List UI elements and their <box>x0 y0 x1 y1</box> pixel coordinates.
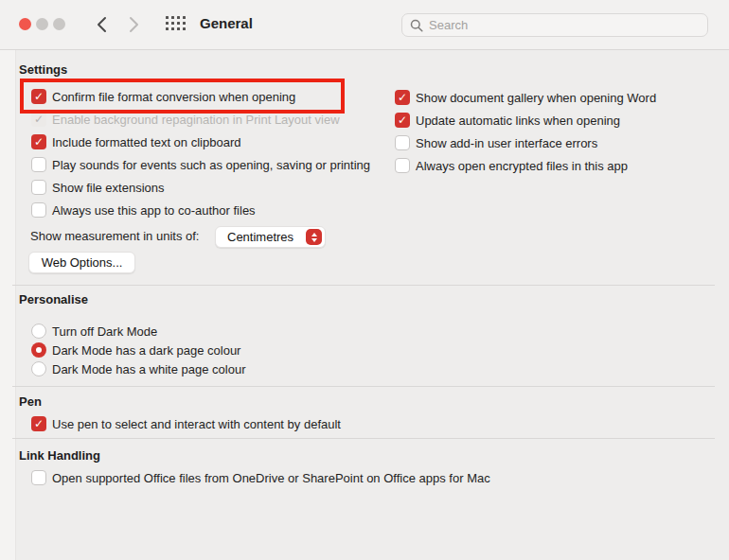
toolbar: General Search <box>0 0 729 50</box>
settings-left-checkbox-list: Confirm file format conversion when open… <box>31 85 370 221</box>
dark-mode-radio-group: Turn off Dark ModeDark Mode has a dark p… <box>31 322 246 378</box>
checkbox-label: Always open encrypted files in this app <box>416 159 628 173</box>
divider <box>12 438 715 439</box>
checkbox-row[interactable]: Show document gallery when opening Word <box>395 86 656 109</box>
radio-selected[interactable] <box>31 342 46 358</box>
grid-dots-icon[interactable] <box>166 16 187 33</box>
personalise-section-header: Personalise <box>19 292 88 306</box>
search-placeholder: Search <box>429 18 468 32</box>
radio-label: Dark Mode has a white page colour <box>52 362 246 376</box>
radio-unselected[interactable] <box>31 324 46 339</box>
checkbox-label: Confirm file format conversion when open… <box>52 90 295 104</box>
pen-section-header: Pen <box>19 394 42 409</box>
checkbox-checked <box>31 112 46 127</box>
checkbox-label: Show document gallery when opening Word <box>416 91 656 105</box>
forward-button[interactable] <box>126 15 141 34</box>
checkbox-row[interactable]: Play sounds for events such as opening, … <box>31 153 370 176</box>
zoom-window-button[interactable] <box>53 18 65 30</box>
measurement-unit-value: Centimetres <box>227 230 293 244</box>
checkbox-label: Include formatted text on clipboard <box>52 135 240 149</box>
web-options-button[interactable]: Web Options... <box>28 252 135 273</box>
checkbox-unchecked[interactable] <box>395 158 410 173</box>
checkbox-row[interactable]: Include formatted text on clipboard <box>31 131 370 153</box>
back-button[interactable] <box>94 15 109 34</box>
close-window-button[interactable] <box>19 18 31 30</box>
measurement-unit-select[interactable]: Centimetres <box>215 226 326 248</box>
radio-label: Dark Mode has a dark page colour <box>52 343 240 358</box>
checkbox-label: Open supported Office files from OneDriv… <box>52 471 490 485</box>
checkbox-checked[interactable] <box>31 416 46 431</box>
checkbox-label: Enable background repagination in Print … <box>52 113 340 127</box>
radio-row[interactable]: Dark Mode has a dark page colour <box>31 341 246 359</box>
measurement-units-label: Show measurement in units of: <box>30 229 199 243</box>
checkbox-unchecked[interactable] <box>31 202 46 218</box>
window-edge-strip <box>0 50 16 560</box>
checkbox-row[interactable]: Always open encrypted files in this app <box>395 154 656 177</box>
checkbox-label: Use pen to select and interact with cont… <box>52 417 341 431</box>
divider <box>12 285 715 286</box>
link-handling-checkbox-list: Open supported Office files from OneDriv… <box>31 466 490 489</box>
chevron-right-icon <box>129 16 139 33</box>
checkbox-row[interactable]: Update automatic links when opening <box>395 109 656 131</box>
word-preferences-general-window: { "window": { "title": "General", "searc… <box>0 0 729 560</box>
radio-label: Turn off Dark Mode <box>52 324 157 339</box>
page-title: General <box>200 15 253 31</box>
checkbox-label: Update automatic links when opening <box>416 114 620 128</box>
checkbox-row[interactable]: Confirm file format conversion when open… <box>31 85 370 108</box>
checkbox-unchecked[interactable] <box>31 157 46 172</box>
chevron-left-icon <box>97 16 107 33</box>
checkbox-unchecked[interactable] <box>395 135 410 150</box>
settings-right-checkbox-list: Show document gallery when opening WordU… <box>395 86 656 177</box>
checkbox-label: Show file extensions <box>52 181 165 195</box>
checkbox-row[interactable]: Always use this app to co-author files <box>31 199 370 221</box>
checkbox-row[interactable]: Show file extensions <box>31 176 370 199</box>
settings-section-header: Settings <box>19 62 67 77</box>
radio-row[interactable]: Dark Mode has a white page colour <box>31 359 246 378</box>
checkbox-unchecked[interactable] <box>31 180 46 195</box>
magnifier-icon <box>410 19 423 32</box>
radio-unselected[interactable] <box>31 361 46 376</box>
checkbox-row[interactable]: Show add-in user interface errors <box>395 131 656 154</box>
pen-checkbox-list: Use pen to select and interact with cont… <box>31 412 341 435</box>
checkbox-label: Always use this app to co-author files <box>52 203 256 218</box>
radio-row[interactable]: Turn off Dark Mode <box>31 322 246 341</box>
divider <box>12 386 715 387</box>
checkbox-row[interactable]: Enable background repagination in Print … <box>31 108 370 131</box>
up-down-chevrons-icon <box>306 229 322 245</box>
checkbox-checked[interactable] <box>395 90 410 105</box>
checkbox-checked[interactable] <box>395 113 410 128</box>
checkbox-label: Play sounds for events such as opening, … <box>52 158 370 172</box>
minimize-window-button[interactable] <box>36 18 48 30</box>
checkbox-unchecked[interactable] <box>31 470 46 485</box>
checkbox-row[interactable]: Use pen to select and interact with cont… <box>31 412 341 435</box>
link-handling-section-header: Link Handling <box>19 448 100 463</box>
search-input[interactable]: Search <box>401 13 708 37</box>
checkbox-checked[interactable] <box>31 89 46 104</box>
checkbox-row[interactable]: Open supported Office files from OneDriv… <box>31 466 490 489</box>
checkbox-label: Show add-in user interface errors <box>416 136 597 150</box>
checkbox-checked[interactable] <box>31 134 46 149</box>
